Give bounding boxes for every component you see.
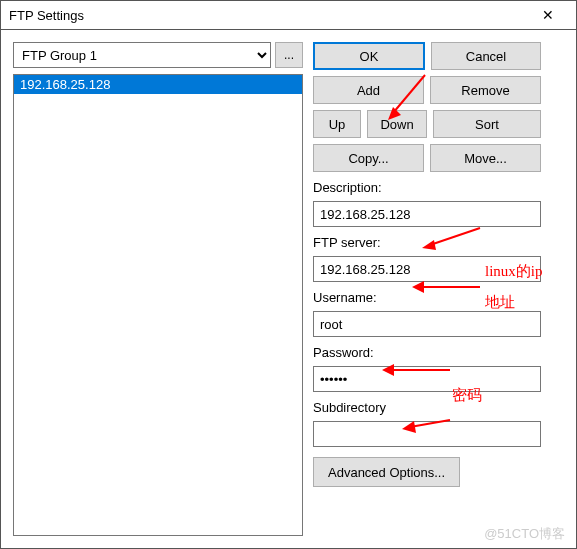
password-label: Password: xyxy=(313,345,541,360)
copy-button[interactable]: Copy... xyxy=(313,144,424,172)
username-label: Username: xyxy=(313,290,541,305)
window-title: FTP Settings xyxy=(9,8,528,23)
connection-list[interactable]: 192.168.25.128 xyxy=(13,74,303,536)
group-row: FTP Group 1 ... xyxy=(13,42,303,68)
move-button[interactable]: Move... xyxy=(430,144,541,172)
remove-button[interactable]: Remove xyxy=(430,76,541,104)
group-select[interactable]: FTP Group 1 xyxy=(13,42,271,68)
description-input[interactable] xyxy=(313,201,541,227)
browse-group-button[interactable]: ... xyxy=(275,42,303,68)
subdir-label: Subdirectory xyxy=(313,400,541,415)
ok-button[interactable]: OK xyxy=(313,42,425,70)
add-button[interactable]: Add xyxy=(313,76,424,104)
titlebar: FTP Settings ✕ xyxy=(0,0,577,30)
right-panel: OK Cancel Add Remove Up Down Sort Copy..… xyxy=(313,42,541,536)
username-input[interactable] xyxy=(313,311,541,337)
down-button[interactable]: Down xyxy=(367,110,427,138)
watermark: @51CTO博客 xyxy=(484,525,565,543)
cancel-button[interactable]: Cancel xyxy=(431,42,541,70)
sort-button[interactable]: Sort xyxy=(433,110,541,138)
description-label: Description: xyxy=(313,180,541,195)
close-icon[interactable]: ✕ xyxy=(528,7,568,23)
subdir-input[interactable] xyxy=(313,421,541,447)
list-item[interactable]: 192.168.25.128 xyxy=(14,75,302,94)
server-input[interactable] xyxy=(313,256,541,282)
up-button[interactable]: Up xyxy=(313,110,361,138)
left-panel: FTP Group 1 ... 192.168.25.128 xyxy=(13,42,303,536)
dialog-body: FTP Group 1 ... 192.168.25.128 OK Cancel… xyxy=(0,30,577,549)
password-input[interactable] xyxy=(313,366,541,392)
advanced-options-button[interactable]: Advanced Options... xyxy=(313,457,460,487)
server-label: FTP server: xyxy=(313,235,541,250)
